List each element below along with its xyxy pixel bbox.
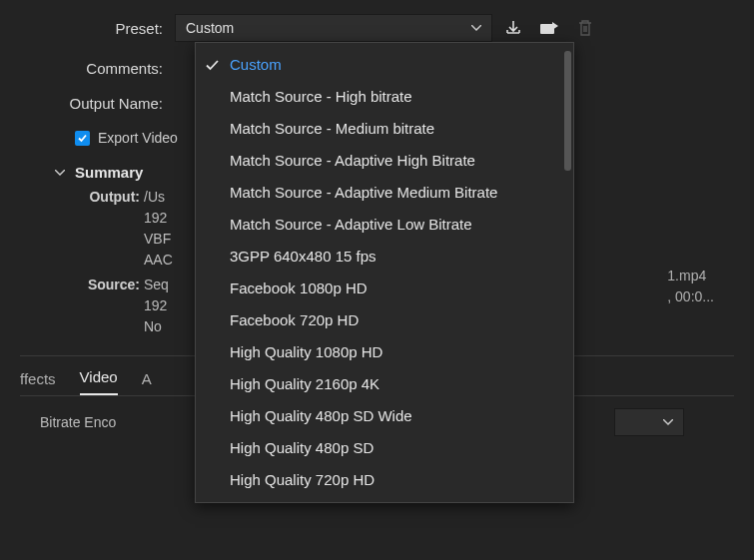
dd-item-custom[interactable]: Custom <box>196 49 573 81</box>
save-preset-icon[interactable] <box>498 14 528 42</box>
overflow-text: 1.mp4 , 00:0... <box>667 266 714 307</box>
dd-item[interactable]: High Quality 2160p 4K <box>196 368 573 400</box>
dd-item-label: High Quality 480p SD <box>230 438 374 458</box>
dd-item[interactable]: Match Source - High bitrate <box>196 81 573 113</box>
summary-source-label: Source: <box>80 275 140 295</box>
preset-dropdown-value: Custom <box>186 20 234 36</box>
summary-title: Summary <box>75 164 143 181</box>
chevron-down-icon <box>55 170 65 176</box>
output-name-label: Output Name: <box>20 95 175 112</box>
tab-effects[interactable]: ffects <box>20 370 56 395</box>
tab-video[interactable]: Video <box>80 368 118 395</box>
dd-item-label: Facebook 1080p HD <box>230 279 368 298</box>
dd-item-label: Match Source - Adaptive Low Bitrate <box>230 215 472 235</box>
preset-dropdown[interactable]: Custom <box>175 14 492 42</box>
overflow-line1: , 00:0... <box>667 286 714 307</box>
dd-item-label: Facebook 720p HD <box>230 310 359 330</box>
dd-item-label: Match Source - Adaptive Medium Bitrate <box>230 183 497 203</box>
export-video-label: Export Video <box>98 130 178 146</box>
dd-item[interactable]: 3GPP 640x480 15 fps <box>196 241 573 273</box>
overflow-line0: 1.mp4 <box>667 266 714 286</box>
dd-item[interactable]: High Quality 480p SD Wide <box>196 400 573 432</box>
dd-item[interactable]: High Quality 720p HD <box>196 464 573 496</box>
preset-label: Preset: <box>20 20 175 37</box>
export-video-checkbox[interactable] <box>75 131 90 146</box>
summary-output-path: /Us <box>144 187 165 208</box>
tab-audio[interactable]: A <box>142 370 152 395</box>
dd-item-label: High Quality 1080p HD <box>230 342 382 362</box>
dd-item-label: High Quality 720p HD <box>230 470 375 490</box>
dd-item-label: High Quality 2160p 4K <box>230 374 379 394</box>
scrollbar-thumb[interactable] <box>564 51 571 171</box>
summary-output-label: Output: <box>80 187 140 208</box>
bitrate-label: Bitrate Enco <box>40 414 116 430</box>
dd-item-label: Custom <box>230 55 282 75</box>
dd-item-label: Match Source - Medium bitrate <box>230 119 434 139</box>
dd-item-label: Match Source - Adaptive High Bitrate <box>230 151 475 171</box>
dd-item[interactable]: Match Source - Adaptive High Bitrate <box>196 145 573 177</box>
dd-item[interactable]: Facebook 1080p HD <box>196 273 573 304</box>
delete-preset-icon <box>570 14 600 42</box>
dd-item-label: High Quality 480p SD Wide <box>230 406 412 426</box>
preset-row: Preset: Custom <box>20 14 734 42</box>
dd-item-label: Match Source - High bitrate <box>230 87 412 107</box>
svg-rect-0 <box>540 24 554 34</box>
dd-item[interactable]: Facebook 720p HD <box>196 304 573 336</box>
check-icon <box>206 60 226 71</box>
import-preset-icon[interactable] <box>534 14 564 42</box>
summary-source-val: Seq <box>144 275 169 295</box>
dd-item-label: 3GPP 640x480 15 fps <box>230 247 377 267</box>
dd-item[interactable]: Match Source - Adaptive Low Bitrate <box>196 209 573 241</box>
dd-item[interactable]: Match Source - Adaptive Medium Bitrate <box>196 177 573 209</box>
bitrate-dropdown[interactable] <box>614 408 684 436</box>
dd-item[interactable]: High Quality 1080p HD <box>196 336 573 368</box>
preset-dropdown-menu: Custom Match Source - High bitrate Match… <box>195 42 574 503</box>
chevron-down-icon <box>471 25 481 31</box>
dd-item[interactable]: Match Source - Medium bitrate <box>196 113 573 145</box>
comments-label: Comments: <box>20 60 175 77</box>
dd-item[interactable]: High Quality 480p SD <box>196 432 573 464</box>
